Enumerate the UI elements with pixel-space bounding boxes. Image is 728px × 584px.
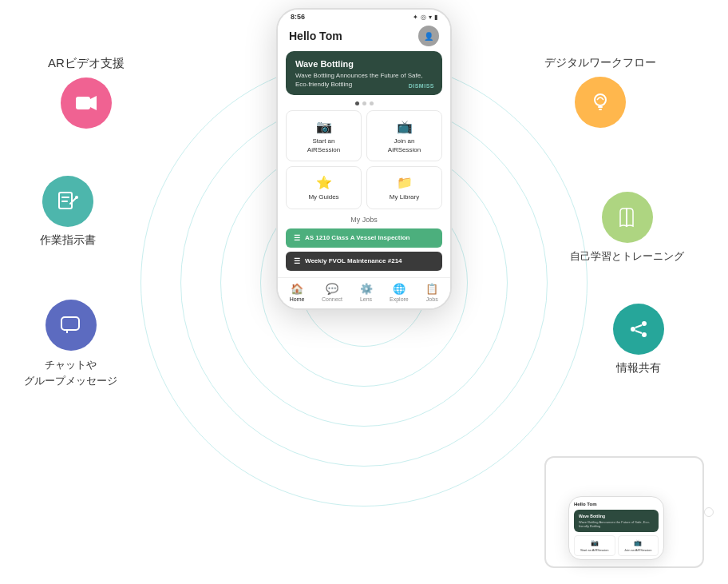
feature-sharing: 情報共有 [613,304,664,375]
dot-2 [362,101,366,105]
manual-icon [42,176,93,227]
signal-icon: ◎ [421,14,426,21]
job-item-1-label: AS 1210 Class A Vessel Inspection [305,234,410,241]
action-grid: 📷 Start anAiRSession 📺 Join anAiRSession… [286,110,442,209]
sp-start-label: Start an AiRSession [580,548,609,552]
small-phone-grid: 📷 Start an AiRSession 📺 Join an AiRSessi… [574,535,659,556]
feature-manual: 作業指示書 [40,176,96,248]
nav-connect[interactable]: 💬 Connect [322,283,342,302]
feature-ar-video: ARビデオ支援 [48,56,125,129]
battery-icon: ▮ [434,14,437,21]
learning-label: 自己学習とトレーニング [570,249,684,264]
nav-explore[interactable]: 🌐 Explore [390,283,409,302]
chat-icon [46,300,97,351]
small-phone-body: Hello Tom Wave Bottling Wave Bottling An… [568,496,664,560]
wifi-icon: ▾ [429,14,432,21]
nav-lens-label: Lens [360,296,372,302]
bluetooth-icon: ✦ [413,14,418,21]
my-guides-button[interactable]: ⭐ My Guides [286,166,362,209]
nav-lens[interactable]: ⚙️ Lens [360,283,373,302]
sp-start-icon: 📷 [591,539,599,546]
small-phone-banner-title: Wave Bottling [579,514,654,518]
nav-connect-label: Connect [322,296,342,302]
svg-rect-0 [76,97,90,109]
learning-icon [602,192,653,243]
ar-video-label: ARビデオ支援 [48,56,125,71]
sp-join-icon: 📺 [634,539,642,546]
main-phone: 8:56 ✦ ◎ ▾ ▮ Hello Tom 👤 Wave Bottling W… [276,8,452,310]
svg-point-10 [631,327,635,332]
job-item-2-label: Weekly FVOL Maintenance #214 [305,257,402,264]
small-phone-banner-desc: Wave Bottling Announces the Future of Sa… [579,520,654,528]
sp-grid-join: 📺 Join an AiRSession [618,535,659,556]
svg-point-5 [595,94,606,105]
explore-icon: 🌐 [393,283,406,295]
connect-icon: 💬 [326,283,338,295]
greeting-text: Hello Tom [289,30,342,42]
job-item-2[interactable]: ☰ Weekly FVOL Maintenance #214 [286,252,442,271]
nav-explore-label: Explore [390,296,409,302]
svg-point-11 [642,332,647,337]
svg-line-12 [635,325,642,328]
banner-title: Wave Bottling [295,59,433,69]
svg-point-3 [75,196,78,199]
feature-learning: 自己学習とトレーニング [570,192,684,264]
nav-home-label: Home [290,296,305,302]
small-phone-banner: Wave Bottling Wave Bottling Announces th… [574,510,659,532]
lens-icon: ⚙️ [360,283,373,295]
svg-rect-4 [61,317,79,330]
svg-rect-7 [599,109,602,110]
chat-label: チャットやグループメッセージ [24,357,117,388]
start-airsession-label: Start anAiRSession [307,137,340,154]
svg-point-9 [642,321,647,326]
join-airsession-button[interactable]: 📺 Join anAiRSession [366,110,442,161]
home-icon: 🏠 [291,283,303,295]
jobs-icon: 📋 [425,283,438,295]
svg-line-13 [635,331,642,333]
banner-dots [278,101,450,105]
phone-header: Hello Tom 👤 [278,22,450,51]
my-library-icon: 📁 [397,175,413,190]
my-library-button[interactable]: 📁 My Library [366,166,442,209]
start-airsession-icon: 📷 [316,119,332,134]
join-airsession-label: Join anAiRSession [388,137,421,154]
job-item-1[interactable]: ☰ AS 1210 Class A Vessel Inspection [286,228,442,248]
my-library-label: My Library [390,193,419,201]
small-phone: Hello Tom Wave Bottling Wave Bottling An… [568,496,664,560]
phone-body: 8:56 ✦ ◎ ▾ ▮ Hello Tom 👤 Wave Bottling W… [276,8,452,310]
banner-dismiss-button[interactable]: DISMISS [409,83,434,89]
nav-jobs-label: Jobs [426,296,438,302]
small-phone-header: Hello Tom [574,502,659,507]
svg-marker-1 [90,96,97,110]
start-airsession-button[interactable]: 📷 Start anAiRSession [286,110,362,161]
status-bar: 8:56 ✦ ◎ ▾ ▮ [278,10,450,22]
my-guides-label: My Guides [308,193,338,201]
dot-1 [355,101,359,105]
sp-join-label: Join an AiRSession [624,548,651,552]
digital-workflow-label: デジタルワークフロー [544,56,656,70]
dot-3 [370,101,374,105]
jobs-section: My Jobs ☰ AS 1210 Class A Vessel Inspect… [286,216,442,271]
join-airsession-icon: 📺 [397,119,413,134]
manual-label: 作業指示書 [40,233,96,248]
ar-video-icon [61,77,112,129]
jobs-title: My Jobs [286,216,442,224]
feature-digital-workflow: デジタルワークフロー [544,56,656,128]
status-icons: ✦ ◎ ▾ ▮ [413,14,437,21]
digital-workflow-icon [575,77,626,128]
nav-jobs[interactable]: 📋 Jobs [425,283,438,302]
status-time: 8:56 [291,13,305,21]
my-guides-icon: ⭐ [316,175,332,190]
avatar[interactable]: 👤 [418,26,439,46]
feature-chat: チャットやグループメッセージ [24,300,117,388]
sharing-label: 情報共有 [616,361,661,375]
nav-home[interactable]: 🏠 Home [290,283,305,302]
sp-grid-start: 📷 Start an AiRSession [574,535,615,556]
bottom-navigation: 🏠 Home 💬 Connect ⚙️ Lens 🌐 Explore 📋 Job… [278,277,450,308]
sharing-icon [613,304,664,355]
banner-card: Wave Bottling Wave Bottling Announces th… [286,51,442,95]
